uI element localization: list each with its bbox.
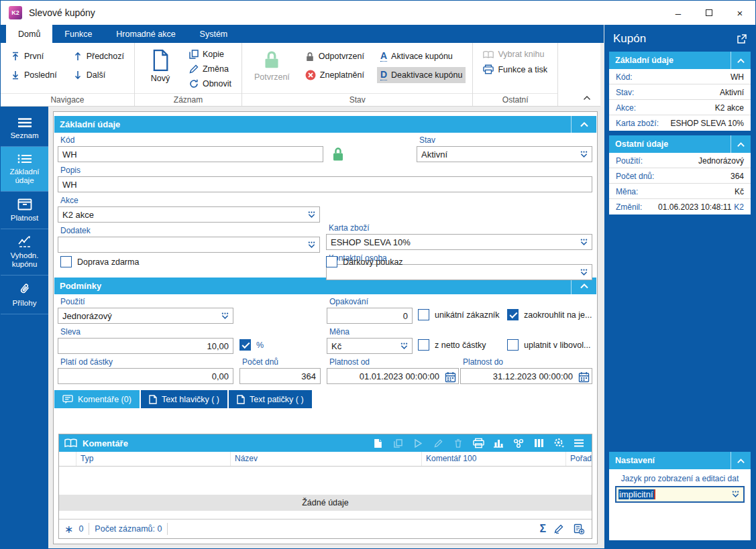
tab-text-hlavicky[interactable]: Text hlavičky ( ) (141, 390, 227, 408)
ribbon-group-ostatni: Vybrat knihu Funkce a tisk Ostatní (473, 43, 558, 106)
popis-input[interactable] (58, 176, 592, 192)
pencil-icon (189, 64, 199, 74)
document-icon (237, 395, 245, 404)
unconfirm-button[interactable]: Odpotvrzení (302, 48, 368, 64)
dodatek-combo[interactable] (58, 237, 320, 253)
invalidate-button[interactable]: Zneplatnění (302, 67, 368, 83)
ribbon-tab-domu[interactable]: Domů (6, 25, 52, 43)
ribbon-tab-hromadne-akce[interactable]: Hromadné akce (104, 25, 187, 43)
zaokrouhlit-checkbox[interactable]: zaokrouhlit na je... (507, 309, 592, 320)
darkovy-poukaz-checkbox[interactable]: Dárkový poukaz (326, 256, 403, 267)
section-header-zakladni-udaje: Základní údaje (54, 116, 596, 133)
sidebar-item-platnost[interactable]: Platnost (1, 192, 48, 229)
collapse-card-icon[interactable] (731, 452, 751, 469)
plati-od-castky-input[interactable] (58, 368, 233, 384)
sleva-input[interactable] (58, 338, 233, 354)
refresh-button[interactable]: Obnovit (186, 78, 235, 90)
stav-label: Stav (417, 135, 592, 146)
quick-edit-icon[interactable] (551, 522, 566, 536)
opakovani-input[interactable] (327, 308, 413, 324)
select-book-button[interactable]: Vybrat knihu (480, 48, 551, 60)
column-header-typ[interactable]: Typ (76, 452, 231, 466)
platnost-od-input[interactable] (327, 368, 459, 384)
combo-dropdown-icon[interactable] (731, 491, 741, 498)
collapse-card-icon[interactable] (731, 135, 751, 153)
ribbon-group-label-ostatni: Ostatní (473, 93, 557, 106)
next-button[interactable]: Další (70, 67, 127, 83)
checkbox-box (60, 256, 72, 267)
doprava-zdarma-checkbox[interactable]: Doprava zdarma (60, 256, 139, 267)
calendar-icon[interactable] (445, 371, 456, 383)
panel-row: Stav:Aktivní (609, 84, 751, 100)
ribbon-group-zaznam: Nový Kopie Změna Obnovit (135, 43, 242, 106)
grid-menu-icon[interactable] (572, 436, 586, 450)
collapse-section-icon[interactable] (571, 116, 596, 133)
column-header-nazev[interactable]: Název (231, 452, 422, 466)
add-note-icon[interactable] (572, 522, 586, 536)
ribbon-collapse-icon[interactable] (583, 95, 591, 101)
print-icon[interactable] (471, 436, 486, 450)
confirm-button[interactable]: Potvrzení (249, 48, 295, 83)
language-select-combo[interactable]: implicitní (615, 486, 745, 503)
chart-icon[interactable] (491, 436, 506, 450)
calendar-icon[interactable] (578, 371, 590, 383)
uplatnit-checkbox[interactable]: uplatnit v libovol... (507, 339, 590, 351)
panel-row: Použití:Jednorázový (609, 153, 751, 168)
ribbon-tab-funkce[interactable]: Funkce (52, 25, 104, 43)
maximize-icon (706, 9, 712, 16)
mena-combo[interactable] (327, 338, 413, 354)
sum-icon[interactable]: Σ (539, 523, 546, 535)
edit-record-icon[interactable] (431, 436, 445, 450)
sidebar-item-vyhodnoceni-kuponu[interactable]: Vyhodn. kupónu (1, 229, 48, 276)
plati-od-castky-label: Platí od částky (58, 357, 233, 368)
column-header-komentar[interactable]: Komentář 100 (422, 452, 566, 466)
z-netto-castky-checkbox[interactable]: z netto částky (418, 339, 486, 351)
new-button[interactable]: Nový (142, 48, 179, 84)
sidebar-item-seznam[interactable]: Seznam (1, 111, 48, 147)
dodatek-label: Dodatek (58, 225, 320, 237)
new-record-icon[interactable] (370, 436, 385, 450)
column-header-poradi[interactable]: Pořadí (566, 452, 592, 466)
collapse-card-icon[interactable] (731, 52, 751, 69)
maximize-button[interactable] (694, 1, 724, 24)
deactivate-letter-icon: D (380, 70, 387, 80)
procento-checkbox[interactable]: % (239, 339, 264, 351)
document-icon (149, 395, 157, 404)
tab-komentare[interactable]: Komentáře (0) (54, 390, 140, 408)
settings-gear-icon[interactable] (551, 436, 566, 450)
list-menu-icon (17, 117, 33, 128)
unikatni-zakaznik-checkbox[interactable]: unikátní zákazník (418, 309, 500, 320)
pocet-dnu-input[interactable] (239, 368, 321, 384)
column-header-marker[interactable] (59, 452, 76, 466)
change-button[interactable]: Změna (186, 63, 235, 75)
akce-combo[interactable] (58, 206, 320, 223)
open-external-icon[interactable] (737, 34, 747, 44)
sidebar-item-prilohy[interactable]: Přílohy (1, 276, 48, 314)
activate-coupon-button[interactable]: A Aktivace kupónu (377, 48, 466, 64)
relations-icon[interactable] (511, 436, 526, 450)
pouziti-combo[interactable] (58, 308, 233, 324)
deactivate-coupon-button[interactable]: D Deaktivace kupónu (377, 67, 466, 83)
tab-text-paticky[interactable]: Text patičky ( ) (229, 390, 312, 408)
copy-button[interactable]: Kopie (186, 48, 235, 60)
ribbon-tab-system[interactable]: Systém (188, 25, 240, 43)
locked-field-icon (331, 147, 345, 162)
columns-icon[interactable] (531, 436, 546, 450)
panel-card-ostatni-udaje: Ostatní údaje Použití:Jednorázový Počet … (609, 135, 751, 215)
close-button[interactable]: × (724, 1, 755, 24)
kod-input[interactable] (58, 146, 323, 162)
first-button[interactable]: První (7, 48, 60, 64)
language-select-label: Jazyk pro zobrazení a editaci dat (615, 474, 745, 483)
run-icon[interactable] (411, 436, 425, 450)
stav-combo[interactable] (417, 146, 592, 162)
last-button[interactable]: Poslední (7, 67, 60, 83)
platnost-do-input[interactable] (460, 368, 592, 384)
changed-by-user-link[interactable]: K2 (734, 202, 744, 212)
ribbon-group-stav: Potvrzení Odpotvrzení Zneplatnění A Akti… (242, 43, 473, 106)
previous-button[interactable]: Předchozí (70, 48, 127, 64)
copy-record-icon[interactable] (390, 436, 405, 450)
minimize-button[interactable]: – (663, 1, 694, 24)
sidebar-item-zakladni-udaje[interactable]: Základní údaje (1, 147, 48, 192)
delete-record-icon[interactable] (451, 436, 466, 450)
functions-print-button[interactable]: Funkce a tisk (480, 63, 551, 76)
